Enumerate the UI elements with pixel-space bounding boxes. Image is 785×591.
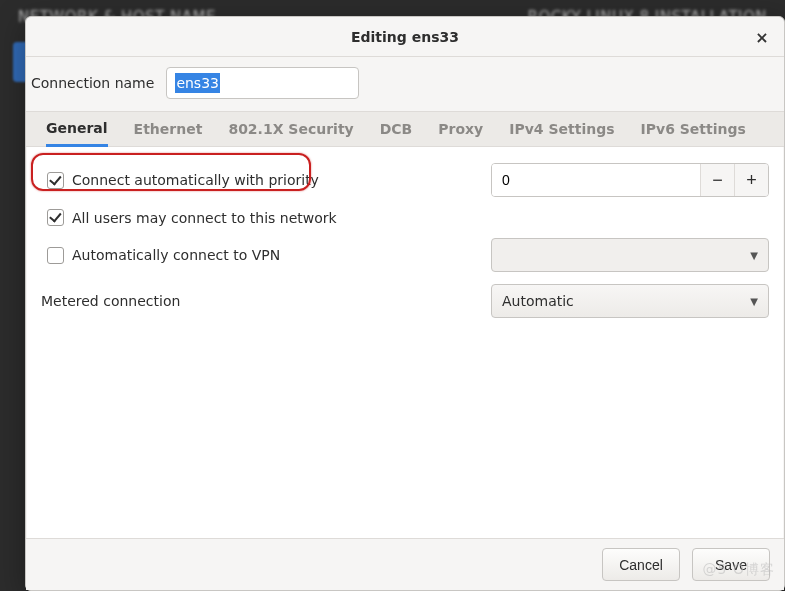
priority-spin: − + <box>491 163 769 197</box>
all-users-checkbox[interactable] <box>47 209 64 226</box>
dialog-footer: Cancel Save <box>26 538 784 590</box>
chevron-down-icon: ▼ <box>750 250 758 261</box>
auto-vpn-checkbox[interactable] <box>47 247 64 264</box>
tab-bar: General Ethernet 802.1X Security DCB Pro… <box>26 111 784 147</box>
tab-general[interactable]: General <box>46 112 108 147</box>
tab-proxy[interactable]: Proxy <box>438 113 483 145</box>
priority-input[interactable] <box>492 164 700 196</box>
priority-decrement[interactable]: − <box>700 164 734 196</box>
all-users-label: All users may connect to this network <box>72 210 337 226</box>
dialog-title: Editing ens33 <box>351 29 459 45</box>
dialog-titlebar: Editing ens33 × <box>26 17 784 57</box>
tab-ipv6[interactable]: IPv6 Settings <box>641 113 746 145</box>
auto-vpn-label: Automatically connect to VPN <box>72 247 280 263</box>
connection-name-label: Connection name <box>31 75 154 91</box>
tab-ipv4[interactable]: IPv4 Settings <box>509 113 614 145</box>
auto-connect-checkbox[interactable] <box>47 172 64 189</box>
connection-name-input[interactable] <box>166 67 359 99</box>
tab-dcb[interactable]: DCB <box>380 113 413 145</box>
cancel-button[interactable]: Cancel <box>602 548 680 581</box>
metered-select[interactable]: Automatic ▼ <box>491 284 769 318</box>
tab-ethernet[interactable]: Ethernet <box>134 113 203 145</box>
metered-select-value: Automatic <box>502 293 574 309</box>
tab-8021x[interactable]: 802.1X Security <box>228 113 353 145</box>
save-button[interactable]: Save <box>692 548 770 581</box>
metered-label: Metered connection <box>41 293 180 309</box>
vpn-select[interactable]: ▼ <box>491 238 769 272</box>
edit-connection-dialog: Editing ens33 × Connection name ens33 Ge… <box>25 16 785 591</box>
auto-connect-label: Connect automatically with priority <box>72 172 319 188</box>
chevron-down-icon: ▼ <box>750 296 758 307</box>
tab-general-body: Connect automatically with priority − + … <box>27 147 783 538</box>
priority-increment[interactable]: + <box>734 164 768 196</box>
close-icon[interactable]: × <box>752 27 772 47</box>
